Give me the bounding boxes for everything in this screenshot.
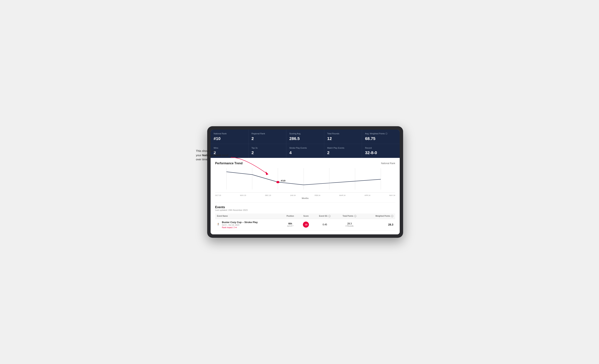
event-name-main: Buster Cozy Cup – Stroke Play <box>222 221 258 224</box>
x-label-feb24: FEB 24 <box>315 195 320 196</box>
stat-stroke-play: Stroke Play Events 4 <box>286 144 324 158</box>
events-last-updated: Last updated: 24th November 2023 <box>215 209 395 211</box>
rank-direction-icon: ▼ <box>235 226 237 229</box>
weighted-points-cell: 28.3 <box>363 219 395 231</box>
col-event-name: Event Name <box>215 213 282 219</box>
col-event-sg: Event SG i <box>313 213 336 219</box>
event-score-cell: -22 <box>299 219 313 231</box>
events-table: Event Name Position Score Event SG i Tot… <box>215 213 395 231</box>
x-label-may24: MAY 24 <box>389 195 395 196</box>
stats-header-row2: Wins 2 Top 3s 2 Stroke Play Events 4 Mat… <box>211 144 400 158</box>
stat-avg-weighted-value: 68.75 <box>365 136 397 141</box>
events-table-header: Event Name Position Score Event SG i Tot… <box>215 213 395 219</box>
event-position-cell: 6th out of 7 <box>282 219 299 231</box>
stat-avg-weighted-points: Avg. Weighted Points ⓘ 68.75 <box>362 130 400 143</box>
tablet-frame: National Rank #10 Regional Rank 2 Scorin… <box>207 126 403 238</box>
stat-avg-weighted-label: Avg. Weighted Points ⓘ <box>365 132 397 135</box>
event-name-details: Buster Cozy Cup – Stroke Play Oct 9 – Oc… <box>222 221 258 229</box>
x-label-oct23: OCT 23 <box>215 195 221 196</box>
stat-record-value: 32-8-0 <box>365 150 397 155</box>
stat-top3s-label: Top 3s <box>251 147 283 149</box>
event-date: Oct 9 – Oct 10, 2023 <box>222 224 258 226</box>
stat-total-rounds: Total Rounds 12 <box>324 130 362 143</box>
stat-stroke-play-value: 4 <box>289 150 321 155</box>
total-rounds-text: 3 Rounds <box>338 225 361 227</box>
stat-national-rank-label: National Rank <box>214 132 245 135</box>
col-position: Position <box>282 213 299 219</box>
stat-match-play-label: Match Play Events <box>327 147 359 149</box>
event-position-sub: out of 7 <box>284 225 297 227</box>
stat-total-rounds-label: Total Rounds <box>327 132 359 135</box>
event-sg-info-icon[interactable]: i <box>328 215 331 217</box>
svg-point-8 <box>276 181 279 183</box>
stat-scoring-avg-label: Scoring Avg. <box>289 132 321 135</box>
total-points-info-icon[interactable]: i <box>354 215 356 217</box>
event-name-cell: 🏌️ Buster Cozy Cup – Stroke Play Oct 9 –… <box>215 219 282 231</box>
stat-top3s: Top 3s 2 <box>248 144 286 158</box>
stats-header-row1: National Rank #10 Regional Rank 2 Scorin… <box>211 130 400 143</box>
event-name-wrapper: 🏌️ Buster Cozy Cup – Stroke Play Oct 9 –… <box>217 221 280 229</box>
performance-trend-section: Performance Trend National Rank <box>215 162 395 199</box>
table-row: 🏌️ Buster Cozy Cup – Stroke Play Oct 9 –… <box>215 219 395 231</box>
weighted-points-info-icon[interactable]: i <box>391 215 393 217</box>
x-axis-labels: OCT 23 NOV 23 DEC 23 JAN 24 FEB 24 MAR 2… <box>215 193 395 197</box>
stat-total-rounds-value: 12 <box>327 136 359 141</box>
chart-svg: #10 <box>215 168 395 192</box>
stat-scoring-avg: Scoring Avg. 286.5 <box>286 130 324 143</box>
x-label-nov23: NOV 23 <box>240 195 246 196</box>
stat-national-rank: National Rank #10 <box>211 130 248 143</box>
stat-record-label: Record <box>365 147 397 149</box>
stat-scoring-avg-value: 286.5 <box>289 136 321 141</box>
events-title: Events <box>215 205 395 209</box>
stat-top3s-value: 2 <box>251 150 283 155</box>
event-position-value: 6th <box>284 222 297 225</box>
perf-header: Performance Trend National Rank <box>215 162 395 165</box>
stat-stroke-play-label: Stroke Play Events <box>289 147 321 149</box>
main-content: Performance Trend National Rank <box>211 158 400 234</box>
x-axis-title: Months <box>215 197 395 199</box>
rank-impact: Rank Impact: 3 ▼ <box>222 226 258 229</box>
performance-chart: #10 <box>215 168 395 193</box>
outer-wrapper: This shows you your National Rank trend … <box>196 126 403 238</box>
stat-regional-rank-value: 2 <box>251 136 283 141</box>
tooltip-annotation: This shows you your National Rank trend … <box>196 149 230 162</box>
x-label-jan24: JAN 24 <box>290 195 296 196</box>
stat-match-play-value: 2 <box>327 150 359 155</box>
perf-subtitle: National Rank <box>381 162 395 165</box>
stat-match-play: Match Play Events 2 <box>324 144 362 158</box>
total-points-cell: 28.3 3 Rounds <box>336 219 363 231</box>
perf-title: Performance Trend <box>215 162 243 165</box>
golf-icon: 🏌️ <box>217 223 220 226</box>
stat-regional-rank-label: Regional Rank <box>251 132 283 135</box>
stat-record: Record 32-8-0 <box>362 144 400 158</box>
x-label-mar24: MAR 24 <box>339 195 345 196</box>
stat-national-rank-value: #10 <box>214 136 245 141</box>
x-label-apr24: APR 24 <box>364 195 370 196</box>
x-label-dec23: DEC 23 <box>265 195 271 196</box>
col-weighted-points: Weighted Points i <box>363 213 395 219</box>
svg-text:#10: #10 <box>281 179 285 182</box>
events-section: Events Last updated: 24th November 2023 … <box>215 202 395 231</box>
total-points-value: 28.3 <box>338 222 361 225</box>
event-sg-cell: 0.45 <box>313 219 336 231</box>
weighted-points-value: 28.3 <box>388 223 393 226</box>
score-badge: -22 <box>303 222 309 228</box>
stat-regional-rank: Regional Rank 2 <box>248 130 286 143</box>
tablet-screen: National Rank #10 Regional Rank 2 Scorin… <box>211 130 400 234</box>
col-score: Score <box>299 213 313 219</box>
col-total-points: Total Points i <box>336 213 363 219</box>
